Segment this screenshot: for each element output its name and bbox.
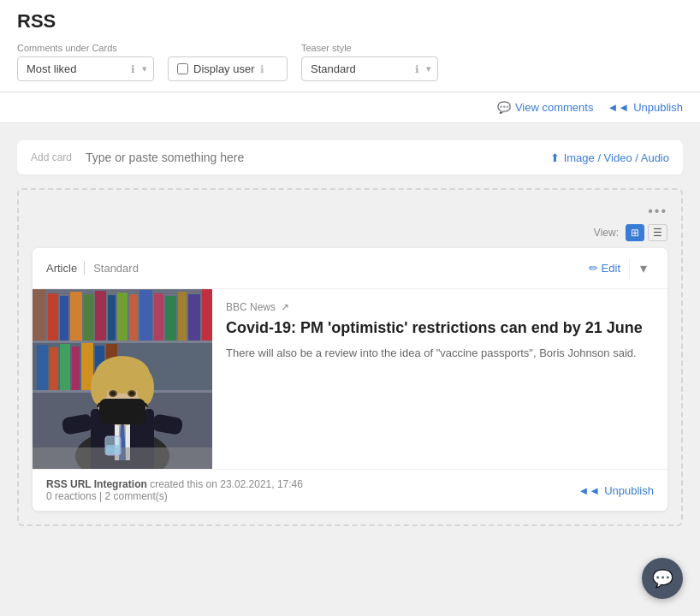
article-type: Article [46, 262, 77, 275]
article-image-inner [33, 289, 212, 469]
grid-icon: ⊞ [631, 227, 639, 239]
dots-menu-button[interactable]: ••• [648, 204, 667, 219]
svg-rect-13 [165, 296, 176, 341]
svg-rect-11 [139, 290, 152, 341]
svg-point-40 [110, 392, 116, 396]
view-label: View: [594, 227, 619, 239]
teaser-select[interactable]: Standard Compact [301, 56, 438, 81]
comments-select[interactable]: Most liked Most recent [17, 56, 154, 81]
article-standard: Standard [84, 262, 139, 275]
article-description: There will also be a review into the ide… [226, 345, 654, 362]
list-icon: ☰ [653, 227, 662, 239]
rewind-icon: ◄◄ [607, 101, 629, 114]
external-link-icon[interactable]: ↗ [281, 301, 289, 313]
footer-meta: RSS URL Integration created this on 23.0… [46, 478, 303, 502]
svg-rect-8 [108, 295, 116, 341]
card-area: ••• View: ⊞ ☰ Article Standard [17, 188, 683, 526]
article-title: Covid-19: PM 'optimistic' restrictions c… [226, 318, 654, 338]
svg-rect-35 [99, 399, 145, 424]
article-footer: RSS URL Integration created this on 23.0… [33, 469, 667, 511]
view-comments-button[interactable]: 💬 View comments [497, 101, 594, 114]
svg-rect-47 [106, 445, 120, 454]
svg-rect-20 [50, 347, 58, 390]
list-view-button[interactable]: ☰ [648, 224, 667, 241]
chevron-down-icon: ▾ [640, 261, 647, 275]
article-dropdown-button[interactable]: ▾ [633, 257, 654, 280]
main-content: Add card ⬆ Image / Video / Audio ••• Vie… [0, 123, 700, 554]
page-title: RSS [17, 10, 683, 33]
upload-button[interactable]: ⬆ Image / Video / Audio [550, 151, 669, 164]
action-row: 💬 View comments ◄◄ Unpublish [0, 92, 700, 123]
svg-rect-45 [33, 447, 212, 469]
teaser-select-wrapper: Standard Compact ℹ ▾ [301, 56, 438, 81]
svg-rect-16 [202, 289, 212, 341]
comments-label: Comments under Cards [17, 43, 154, 53]
teaser-control: Teaser style Standard Compact ℹ ▾ [301, 43, 438, 81]
article-image-svg [33, 289, 212, 469]
svg-rect-12 [154, 293, 163, 341]
comments-select-wrapper: Most liked Most recent ℹ ▾ [17, 56, 154, 81]
teaser-label: Teaser style [301, 43, 438, 53]
svg-rect-4 [60, 296, 68, 341]
svg-point-41 [129, 392, 134, 396]
upload-label: Image / Video / Audio [564, 151, 669, 164]
comment-icon: 💬 [497, 101, 511, 114]
article-edit-button[interactable]: ✏ Edit [580, 258, 630, 278]
svg-rect-7 [95, 291, 106, 341]
card-top-controls: ••• [33, 204, 667, 219]
unpublish-button[interactable]: ◄◄ Unpublish [607, 101, 683, 114]
svg-rect-14 [178, 292, 187, 341]
unpublish-label: Unpublish [633, 101, 683, 114]
source-row: BBC News ↗ [226, 301, 654, 313]
svg-rect-21 [60, 344, 70, 390]
svg-rect-19 [37, 345, 48, 390]
upload-icon: ⬆ [550, 151, 560, 164]
article-card: Article Standard ✏ Edit ▾ [33, 248, 667, 511]
article-header: Article Standard ✏ Edit ▾ [33, 248, 667, 289]
display-user-control: Display user ℹ [168, 43, 288, 81]
add-card-row: Add card ⬆ Image / Video / Audio [17, 140, 683, 175]
svg-rect-9 [117, 293, 128, 341]
footer-reactions: 0 reactions [46, 490, 97, 502]
comments-control: Comments under Cards Most liked Most rec… [17, 43, 154, 81]
svg-rect-22 [72, 346, 80, 390]
grid-view-button[interactable]: ⊞ [626, 224, 644, 241]
article-text: BBC News ↗ Covid-19: PM 'optimistic' res… [212, 289, 667, 469]
footer-creator: RSS URL Integration [46, 478, 147, 490]
svg-rect-5 [70, 292, 82, 341]
svg-rect-15 [188, 294, 200, 341]
article-unpublish-button[interactable]: ◄◄ Unpublish [578, 484, 654, 497]
article-body: BBC News ↗ Covid-19: PM 'optimistic' res… [33, 289, 667, 469]
view-comments-label: View comments [515, 101, 594, 114]
display-user-checkbox[interactable] [177, 63, 188, 74]
article-image [33, 289, 212, 469]
footer-action: created this on [150, 478, 217, 490]
svg-rect-3 [48, 293, 58, 341]
article-action-buttons: ✏ Edit ▾ [580, 257, 654, 280]
footer-comments: 2 comment(s) [105, 490, 168, 502]
article-rewind-icon: ◄◄ [578, 484, 600, 497]
add-card-input[interactable] [86, 151, 550, 164]
pencil-icon: ✏ [589, 262, 598, 275]
add-card-label: Add card [31, 151, 72, 163]
svg-rect-2 [33, 289, 45, 341]
article-unpublish-label: Unpublish [604, 484, 654, 497]
display-user-checkbox-row[interactable]: Display user ℹ [168, 56, 288, 81]
display-user-info-icon: ℹ [260, 63, 264, 75]
footer-date: 23.02.2021, 17:46 [220, 478, 303, 490]
svg-rect-6 [84, 294, 93, 341]
edit-label: Edit [602, 262, 620, 275]
article-type-row: Article Standard [46, 262, 139, 275]
svg-rect-10 [129, 294, 138, 341]
svg-rect-17 [33, 341, 212, 343]
card-options-row: View: ⊞ ☰ [33, 224, 667, 241]
source-name: BBC News [226, 301, 276, 313]
view-toggle: ⊞ ☰ [626, 224, 667, 241]
display-user-text: Display user [193, 62, 255, 75]
display-user-label [168, 43, 288, 53]
